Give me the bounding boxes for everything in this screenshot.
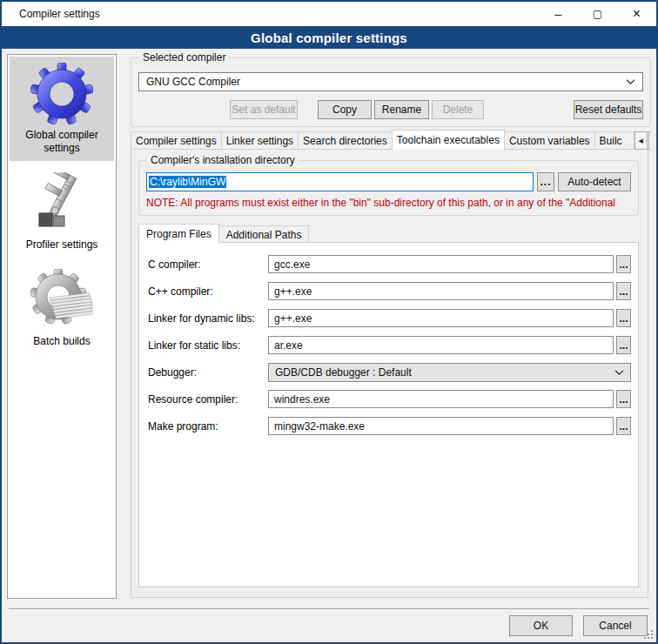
page-title: Global compiler settings [2, 26, 656, 49]
program-tabs: Program Files Additional Paths [138, 224, 308, 243]
left-arrow-icon: ◀ [638, 138, 642, 144]
compiler-settings-dialog: Compiler settings – ▢ × Global compiler … [0, 0, 658, 644]
compiler-select[interactable]: GNU GCC Compiler [138, 72, 643, 91]
form-row-debugger: Debugger: GDB/CDB debugger : Default [139, 359, 638, 386]
static-linker-browse-button[interactable]: ... [616, 336, 631, 354]
maximize-icon: ▢ [593, 8, 602, 20]
cancel-button[interactable]: Cancel [583, 615, 648, 636]
tab-scroll-left-button[interactable]: ◀ [634, 131, 648, 150]
maximize-button[interactable]: ▢ [578, 2, 617, 26]
tab-toolchain-executables[interactable]: Toolchain executables [392, 130, 505, 150]
main-panel: Selected compiler GNU GCC Compiler Set a… [126, 49, 655, 642]
settings-tabs: Compiler settings Linker settings Search… [131, 130, 651, 150]
field-label: Linker for static libs: [148, 339, 268, 352]
make-program-input[interactable]: mingw32-make.exe [268, 417, 614, 435]
footer-separator [9, 608, 649, 609]
auto-detect-button[interactable]: Auto-detect [558, 172, 631, 191]
gray-gear-stack-icon [30, 269, 93, 332]
install-dir-selected-text: C:\raylib\MinGW [149, 176, 226, 188]
cpp-compiler-input[interactable]: g++.exe [268, 282, 614, 300]
field-label: C compiler: [148, 258, 268, 271]
field-label: Resource compiler: [148, 393, 268, 406]
ok-button[interactable]: OK [509, 615, 573, 636]
installation-directory-group: Compiler's installation directory C:\ray… [138, 160, 639, 216]
dynamic-linker-input[interactable]: g++.exe [268, 309, 614, 327]
sidebar-item-label: Batch builds [11, 335, 112, 348]
minimize-icon: – [555, 12, 562, 16]
field-label: Linker for dynamic libs: [148, 312, 268, 325]
compiler-select-value: GNU GCC Compiler [146, 76, 626, 88]
field-label: Debugger: [148, 366, 268, 379]
close-icon: × [633, 6, 641, 22]
form-row-cpp-compiler: C++ compiler: g++.exe ... [139, 278, 638, 305]
tab-scroll-buttons: ◀ ▶ [634, 131, 651, 150]
installation-directory-row: C:\raylib\MinGW ... Auto-detect [146, 172, 631, 191]
close-button[interactable]: × [617, 2, 656, 26]
chevron-down-icon [614, 370, 624, 375]
form-row-dynamic-linker: Linker for dynamic libs: g++.exe ... [139, 305, 638, 332]
tab-build-options[interactable]: Builc [594, 131, 634, 150]
dialog-content: Global compiler settings [2, 49, 656, 642]
toolchain-executables-page: Compiler's installation directory C:\ray… [131, 149, 648, 598]
settings-category-list: Global compiler settings [7, 54, 117, 599]
tab-custom-variables[interactable]: Custom variables [504, 131, 595, 150]
sidebar-item-profiler-settings[interactable]: Profiler settings [10, 166, 114, 258]
sidebar-item-label: Global compiler settings [11, 129, 112, 155]
debugger-select-value: GDB/CDB debugger : Default [275, 366, 412, 379]
reset-defaults-button[interactable]: Reset defaults [574, 100, 643, 119]
install-dir-input[interactable]: C:\raylib\MinGW [146, 172, 534, 191]
minimize-button[interactable]: – [539, 2, 578, 26]
window-title: Compiler settings [2, 8, 539, 20]
copy-button[interactable]: Copy [318, 100, 372, 119]
static-linker-input[interactable]: ar.exe [268, 336, 614, 354]
c-compiler-input[interactable]: gcc.exe [268, 255, 614, 273]
form-row-static-linker: Linker for static libs: ar.exe ... [139, 332, 638, 359]
title-bar: Compiler settings – ▢ × [2, 2, 656, 26]
form-row-resource-compiler: Resource compiler: windres.exe ... [139, 386, 638, 413]
dynamic-linker-browse-button[interactable]: ... [616, 309, 631, 327]
group-label: Compiler's installation directory [147, 154, 299, 166]
sidebar-item-batch-builds[interactable]: Batch builds [10, 263, 114, 354]
caliper-icon [30, 172, 93, 235]
tab-scroll-right-button[interactable]: ▶ [648, 131, 651, 150]
sidebar-item-label: Profiler settings [11, 238, 112, 252]
compiler-actions: Set as default Copy Rename Delete Reset … [138, 100, 643, 119]
selected-compiler-group: Selected compiler GNU GCC Compiler Set a… [131, 57, 651, 127]
tab-linker-settings[interactable]: Linker settings [221, 131, 299, 150]
form-row-make-program: Make program: mingw32-make.exe ... [139, 413, 638, 439]
note-text: NOTE: All programs must exist either in … [146, 197, 636, 209]
chevron-down-icon [626, 79, 635, 84]
sidebar-item-global-compiler-settings[interactable]: Global compiler settings [10, 57, 114, 161]
tab-program-files[interactable]: Program Files [138, 224, 219, 243]
make-program-browse-button[interactable]: ... [616, 417, 631, 435]
resource-compiler-browse-button[interactable]: ... [616, 390, 631, 408]
tab-additional-paths[interactable]: Additional Paths [218, 225, 310, 243]
delete-button[interactable]: Delete [432, 100, 484, 119]
cpp-compiler-browse-button[interactable]: ... [616, 282, 631, 300]
install-dir-browse-button[interactable]: ... [537, 172, 554, 191]
rename-button[interactable]: Rename [374, 100, 429, 119]
group-label: Selected compiler [139, 51, 229, 64]
set-as-default-button[interactable]: Set as default [230, 100, 298, 119]
blue-gear-icon [30, 63, 93, 125]
field-label: Make program: [148, 420, 268, 433]
tab-search-directories[interactable]: Search directories [298, 131, 393, 150]
resource-compiler-input[interactable]: windres.exe [268, 390, 614, 408]
field-label: C++ compiler: [148, 285, 268, 298]
c-compiler-browse-button[interactable]: ... [616, 255, 631, 273]
tab-compiler-settings[interactable]: Compiler settings [131, 131, 222, 150]
form-row-c-compiler: C compiler: gcc.exe ... [139, 251, 638, 278]
resize-grip[interactable] [651, 637, 653, 639]
program-files-panel: C compiler: gcc.exe ... C++ compiler: g+… [138, 242, 639, 587]
debugger-select[interactable]: GDB/CDB debugger : Default [268, 363, 631, 382]
